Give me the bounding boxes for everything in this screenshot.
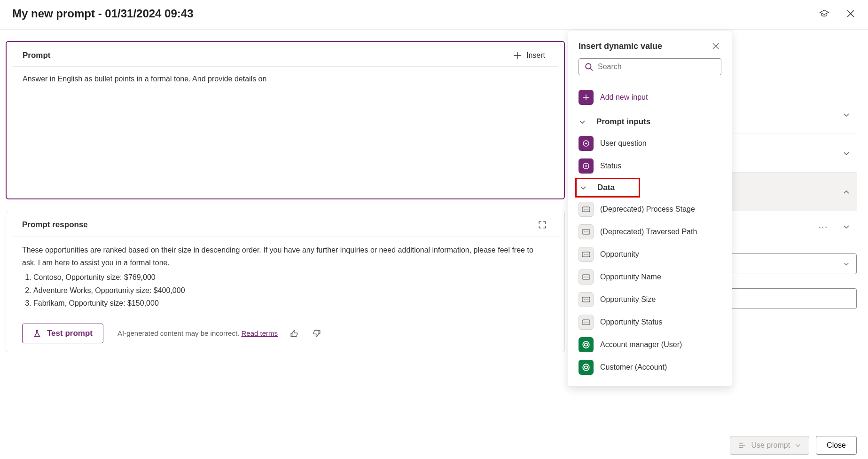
thumbs-up-button[interactable] [288,327,300,340]
close-dialog-button[interactable] [845,8,857,20]
svg-point-0 [586,63,591,69]
dyn-item-label: (Deprecated) Traversed Path [600,228,697,236]
dyn-item[interactable]: Customer (Account) [568,356,732,379]
test-prompt-button[interactable]: Test prompt [22,324,103,343]
svg-point-10 [583,364,589,371]
expand-icon [538,221,547,229]
beaker-icon [33,329,41,338]
dyn-item[interactable]: Opportunity [568,243,732,266]
chevron-down-icon [843,223,850,230]
settings-input[interactable] [720,288,857,309]
response-section-label: Prompt response [22,220,88,230]
use-prompt-button[interactable]: Use prompt [730,436,809,455]
response-intro: These opportunities are ranked based on … [22,244,548,269]
response-card: Prompt response These opportunities are … [6,211,565,352]
thumbs-up-icon [290,329,298,338]
thumbs-down-button[interactable] [311,327,323,340]
right-settings-panel: ⋯ [711,95,857,309]
dyn-item-label: Status [600,162,621,170]
response-list: Contoso, Opportunity size: $769,000 Adve… [22,271,548,309]
insert-button[interactable]: Insert [510,49,548,62]
lookup-tile-icon [579,360,594,375]
test-prompt-label: Test prompt [47,329,93,338]
lookup-tile-icon [579,337,594,352]
dyn-item[interactable]: (Deprecated) Process Stage [568,198,732,221]
dyn-search-wrap [568,58,732,82]
section-title: Data [597,183,615,192]
chevron-down-icon [579,118,586,126]
close-icon [712,42,719,50]
dyn-panel-header: Insert dynamic value [568,31,732,58]
variable-icon [582,140,590,147]
response-card-header: Prompt response [12,211,559,237]
dyn-item[interactable]: Opportunity Status [568,311,732,333]
prompt-card: Prompt Insert Answer in English as bulle… [6,41,565,199]
search-input[interactable] [598,63,715,71]
svg-point-9 [583,341,589,348]
dyn-item-label: Customer (Account) [600,363,667,372]
chevron-up-icon [843,188,850,196]
section-data[interactable]: Data [575,177,641,198]
add-input-label: Add new input [600,93,648,102]
field-tile-icon [579,202,594,217]
thumbs-down-icon [313,329,321,338]
dyn-item-label: Opportunity Name [600,273,661,281]
dyn-item[interactable]: Account manager (User) [568,333,732,356]
dyn-item-label: Account manager (User) [600,340,682,349]
read-terms-link[interactable]: Read terms [241,329,278,337]
settings-dropdown[interactable] [720,253,857,274]
dyn-item[interactable]: (Deprecated) Traversed Path [568,221,732,243]
input-tile-icon [579,136,594,151]
insert-dynamic-panel: Insert dynamic value Add new input Promp… [568,31,732,387]
section-title: Prompt inputs [596,117,650,127]
settings-row-expanded[interactable] [711,173,857,211]
prompt-section-label: Prompt [23,51,51,60]
list-item: Adventure Works, Opportunity size: $400,… [33,284,548,297]
prompt-card-header: Prompt Insert [12,42,558,67]
settings-row[interactable] [711,134,857,173]
insert-label: Insert [526,51,545,60]
dialog-header: My new prompt - 01/31/2024 09:43 [0,0,868,30]
settings-subrow[interactable]: ⋯ [711,211,857,242]
list-item: Fabrikam, Opportunity size: $150,000 [33,297,548,309]
field-tile-icon [579,224,594,239]
add-new-input[interactable]: Add new input [568,82,732,111]
field-tile-icon [579,247,594,262]
search-icon [585,63,593,71]
dyn-panel-close[interactable] [710,40,721,52]
use-prompt-label: Use prompt [751,441,790,450]
field-tile-icon [579,292,594,307]
prompt-textarea[interactable]: Answer in English as bullet points in a … [7,67,564,198]
dyn-item-label: User question [600,139,647,148]
dyn-item-label: Opportunity Size [600,295,656,304]
page-title: My new prompt - 01/31/2024 09:43 [12,7,194,20]
response-footer: Test prompt AI-generated content may be … [6,319,564,343]
settings-row[interactable] [711,95,857,134]
header-actions [817,7,857,21]
input-tile-icon [579,158,594,174]
plus-tile [579,90,594,105]
ai-disclaimer: AI-generated content may be incorrect. R… [117,329,278,337]
dyn-item-status[interactable]: Status [568,155,732,177]
close-icon [846,9,855,18]
close-button[interactable]: Close [816,436,857,455]
response-body: These opportunities are ranked based on … [6,237,564,319]
expand-button[interactable] [536,219,548,231]
plus-icon [582,94,590,101]
learn-button[interactable] [817,7,831,21]
section-prompt-inputs[interactable]: Prompt inputs [568,111,732,132]
dyn-item-label: Opportunity [600,250,639,259]
dyn-item-user-question[interactable]: User question [568,132,732,155]
graduation-cap-icon [819,8,829,19]
chevron-down-icon [843,261,850,267]
prompt-icon [738,441,746,450]
search-box[interactable] [579,58,721,75]
dyn-item-label: Opportunity Status [600,318,663,326]
dyn-item[interactable]: Opportunity Name [568,266,732,288]
more-icon[interactable]: ⋯ [818,221,829,232]
dyn-panel-title: Insert dynamic value [579,41,662,51]
dyn-item[interactable]: Opportunity Size [568,288,732,311]
field-tile-icon [579,269,594,285]
disclaimer-text: AI-generated content may be incorrect. [117,329,239,337]
chevron-down-icon [843,111,850,119]
